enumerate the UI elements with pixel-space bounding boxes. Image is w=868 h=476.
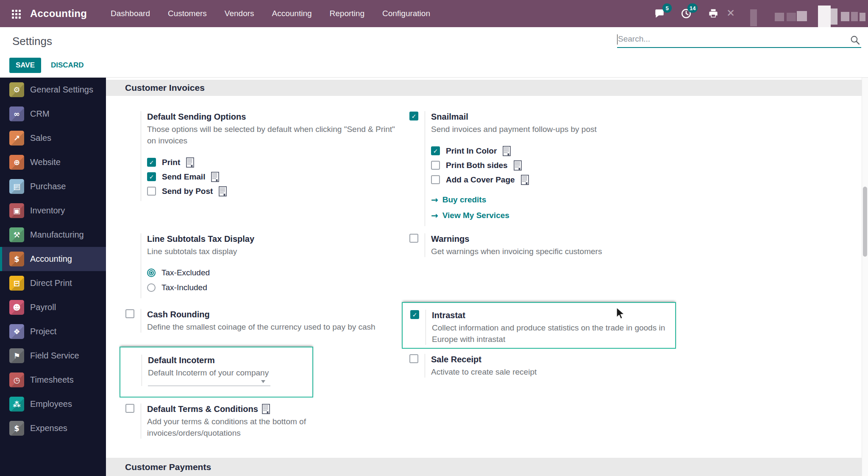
save-button[interactable]: SAVE	[9, 58, 41, 73]
header-divider	[0, 77, 868, 78]
sidebar-item-inventory[interactable]: ▣Inventory	[0, 199, 106, 223]
redacted-block	[775, 13, 784, 21]
search-icon[interactable]	[850, 35, 860, 45]
checkbox[interactable]: ✓	[409, 354, 418, 363]
radio-button[interactable]	[147, 269, 156, 277]
checkbox[interactable]: ✓	[431, 146, 440, 155]
sidebar-item-general-settings[interactable]: ⚙General Settings	[0, 78, 106, 102]
nav-item-customers[interactable]: Customers	[168, 9, 207, 18]
option-label: Print In Color	[446, 146, 497, 156]
setting-default-terms: ✓ Default Terms & Conditions Add your te…	[125, 403, 399, 439]
nav-item-accounting[interactable]: Accounting	[272, 9, 312, 18]
scrollbar-track[interactable]	[862, 78, 868, 476]
puzzle-icon: ❖	[9, 324, 24, 339]
checkbox[interactable]: ✓	[147, 172, 156, 181]
discard-button[interactable]: DISCARD	[48, 58, 86, 73]
company-icon	[211, 172, 219, 182]
checkbox[interactable]: ✓	[431, 175, 440, 184]
globe-icon: ⊕	[9, 155, 24, 170]
section-customer-invoices: Customer Invoices	[106, 80, 862, 96]
checkbox[interactable]: ✓	[409, 112, 418, 120]
setting-title: Default Sending Options	[147, 111, 399, 122]
setting-desc: Define the smallest coinage of the curre…	[147, 321, 397, 333]
nav-menu: Dashboard Customers Vendors Accounting R…	[111, 0, 430, 27]
check-icon: ✓	[433, 148, 438, 154]
sidebar-item-sales[interactable]: ↗Sales	[0, 126, 106, 150]
setting-title: Cash Rounding	[147, 309, 399, 320]
page-title: Settings	[12, 35, 52, 48]
setting-default-incoterm: Default Incoterm Default Incoterm of you…	[120, 347, 312, 386]
sidebar-item-employees[interactable]: ⁂Employees	[0, 392, 106, 416]
check-icon: ✓	[149, 160, 154, 165]
checkbox[interactable]: ✓	[125, 404, 134, 413]
option-label: Send Email	[162, 172, 205, 182]
setting-desc: Get warnings when invoicing specific cus…	[431, 246, 676, 257]
nav-item-reporting[interactable]: Reporting	[330, 9, 364, 18]
setting-title: Snailmail	[431, 111, 676, 122]
company-icon	[503, 146, 511, 156]
redacted-block	[797, 11, 807, 21]
sidebar-item-direct-print[interactable]: ⊟Direct Print	[0, 271, 106, 295]
redacted-avatar[interactable]	[818, 6, 831, 27]
checkbox[interactable]: ✓	[147, 158, 156, 167]
setting-title: Warnings	[431, 233, 676, 244]
checkbox[interactable]: ✓	[431, 161, 440, 170]
chart-up-icon: ↗	[9, 131, 24, 146]
printer-icon: ⊟	[9, 276, 24, 291]
search-input[interactable]	[617, 32, 837, 46]
sidebar-item-field-service[interactable]: ⚑Field Service	[0, 344, 106, 368]
company-icon	[262, 404, 270, 414]
sidebar-item-purchase[interactable]: ▤Purchase	[0, 174, 106, 199]
checkbox[interactable]: ✓	[147, 187, 156, 196]
incoterm-select[interactable]	[148, 386, 270, 386]
radio-label: Tax-Excluded	[161, 268, 210, 277]
sidebar-item-expenses[interactable]: $Expenses	[0, 416, 106, 440]
arrow-right-icon: →	[431, 195, 438, 205]
stopwatch-icon: ◷	[9, 372, 24, 387]
redacted-block	[831, 8, 837, 25]
nav-item-vendors[interactable]: Vendors	[225, 9, 254, 18]
buy-credits-link[interactable]: → Buy credits	[431, 195, 676, 205]
checkbox[interactable]: ✓	[125, 309, 134, 318]
option-print: ✓ Print	[147, 158, 399, 167]
setting-intrastat-highlight: ✓ Intrastat Collect information and prod…	[402, 302, 676, 349]
nav-item-configuration[interactable]: Configuration	[382, 9, 430, 18]
company-icon	[186, 157, 194, 168]
checkbox[interactable]: ✓	[410, 310, 419, 319]
developer-tools-icon[interactable]: ✕	[726, 7, 735, 19]
setting-desc: Activate to create sale receipt	[431, 366, 676, 378]
checkbox[interactable]: ✓	[409, 234, 418, 243]
people-icon: ⁂	[9, 397, 24, 412]
radio-button[interactable]	[147, 283, 156, 292]
view-my-services-link[interactable]: → View My Services	[431, 210, 676, 221]
activities-badge: 14	[687, 3, 698, 13]
sidebar-item-manufacturing[interactable]: ⚒Manufacturing	[0, 223, 106, 247]
option-send-email: ✓ Send Email	[147, 172, 399, 181]
company-icon	[521, 175, 529, 185]
setting-title: Sale Receipt	[431, 354, 676, 365]
sidebar-item-payroll[interactable]: ☻Payroll	[0, 295, 106, 319]
sidebar-item-accounting[interactable]: $Accounting	[0, 247, 106, 271]
scrollbar-thumb[interactable]	[863, 187, 867, 257]
sidebar-item-timesheets[interactable]: ◷Timesheets	[0, 368, 106, 392]
person-pay-icon: ☻	[9, 300, 24, 315]
sidebar-item-crm[interactable]: ∞CRM	[0, 102, 106, 126]
setting-desc: Default Incoterm of your company	[148, 367, 312, 378]
setting-desc: Collect information and produce statisti…	[432, 322, 669, 345]
section-title: Customer Payments	[125, 462, 211, 472]
nav-item-dashboard[interactable]: Dashboard	[111, 9, 150, 18]
option-print-in-color: ✓ Print In Color	[431, 146, 676, 155]
sidebar-item-website[interactable]: ⊕Website	[0, 150, 106, 174]
invoice-dollar-icon: $	[9, 252, 24, 266]
print-icon[interactable]	[708, 8, 719, 19]
setting-title: Line Subtotals Tax Display	[147, 233, 399, 244]
apps-grid-icon[interactable]	[12, 10, 14, 12]
radio-label: Tax-Included	[161, 283, 207, 292]
setting-title: Default Terms & Conditions	[147, 403, 399, 414]
sidebar-item-project[interactable]: ❖Project	[0, 319, 106, 344]
person-dollar-icon: $	[9, 421, 24, 436]
option-label: Print Both sides	[446, 161, 508, 170]
settings-sidebar: ⚙General Settings ∞CRM ↗Sales ⊕Website ▤…	[0, 78, 106, 476]
option-send-by-post: ✓ Send by Post	[147, 187, 399, 196]
box-icon: ▣	[9, 203, 24, 218]
